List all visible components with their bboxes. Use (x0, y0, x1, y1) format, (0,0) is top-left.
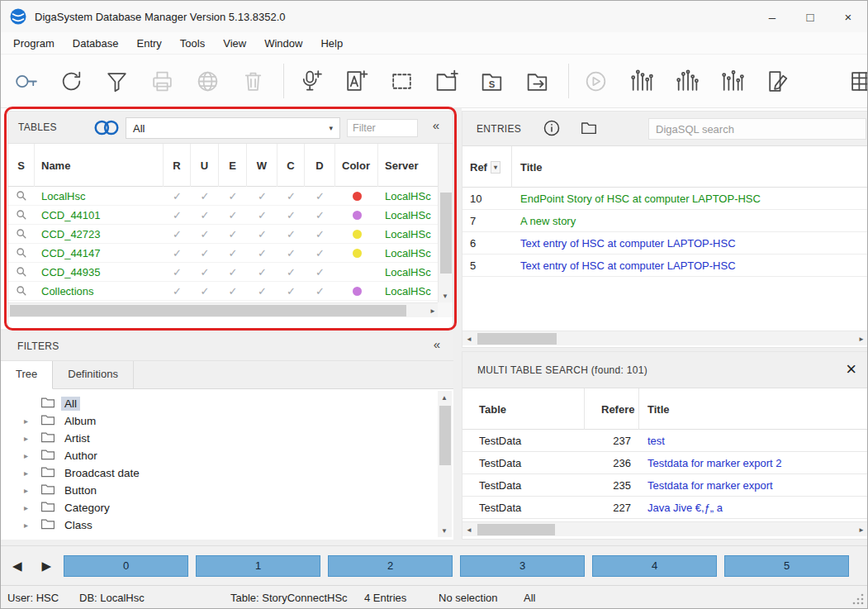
table-row[interactable]: CCD_44935✓✓✓✓✓✓LocalHSc (8, 263, 439, 282)
tree-item-all[interactable]: All (1, 395, 453, 412)
search-result-row[interactable]: TestData227Java Jive €,ƒ„ a (462, 497, 868, 519)
expand-icon[interactable]: ▸ (24, 434, 40, 443)
level-meter-icon-2[interactable] (670, 64, 703, 98)
tables-column-color[interactable]: Color (335, 144, 378, 187)
entries-column-ref[interactable]: Ref▾ (462, 146, 512, 188)
tables-column-u[interactable]: U (191, 144, 219, 187)
entry-row[interactable]: 10EndPoint Story of HSC at computer LAPT… (462, 188, 868, 210)
search-horizontal-scrollbar[interactable]: ◄ ► (462, 521, 868, 536)
resize-grip[interactable] (852, 592, 865, 607)
table-row[interactable]: CCD_44101✓✓✓✓✓✓LocalHSc (8, 206, 439, 225)
scrollbar-thumb[interactable] (477, 524, 555, 535)
pager-prev-button[interactable]: ◀ (12, 559, 22, 573)
entry-row[interactable]: 7A new story (462, 210, 868, 232)
page-button-2[interactable]: 2 (328, 555, 453, 577)
menu-item-help[interactable]: Help (311, 34, 352, 53)
scroll-up-icon[interactable]: ▲ (438, 391, 451, 404)
menu-item-program[interactable]: Program (4, 34, 64, 53)
level-meter-icon-3[interactable] (715, 64, 748, 98)
search-result-row[interactable]: TestData235Testdata for marker export (462, 474, 868, 497)
scrollbar-thumb[interactable] (477, 333, 557, 345)
refresh-icon[interactable] (55, 64, 88, 98)
entry-row[interactable]: 5Text entry of HSC at computer LAPTOP-HS… (462, 255, 868, 277)
tables-column-c[interactable]: C (277, 144, 305, 187)
mts-column-refere[interactable]: Refere (585, 388, 639, 430)
scroll-right-icon[interactable]: ► (855, 523, 868, 536)
pager-next-button[interactable]: ▶ (42, 559, 52, 573)
tables-filter-input[interactable] (347, 119, 418, 137)
folder-icon[interactable] (580, 119, 598, 137)
tables-column-e[interactable]: E (219, 144, 247, 187)
scrollbar-thumb[interactable] (10, 305, 406, 316)
tables-column-r[interactable]: R (164, 144, 191, 187)
expand-icon[interactable]: ▸ (24, 521, 40, 530)
selection-icon[interactable] (385, 64, 418, 98)
menu-item-view[interactable]: View (214, 34, 255, 53)
scrollbar-thumb[interactable] (439, 406, 451, 465)
tables-column-w[interactable]: W (247, 144, 277, 187)
scroll-left-icon[interactable]: ◄ (462, 523, 476, 536)
search-result-row[interactable]: TestData236Testdata for marker export 2 (462, 452, 868, 474)
scroll-down-icon[interactable]: ▼ (439, 289, 452, 302)
tree-item-artist[interactable]: ▸Artist (1, 430, 453, 447)
connect-icon[interactable] (9, 64, 42, 98)
tables-column-s[interactable]: S (8, 144, 35, 187)
digasql-search-input[interactable] (648, 118, 866, 140)
tree-item-broadcast-date[interactable]: ▸Broadcast date (1, 464, 453, 482)
info-icon[interactable] (543, 119, 561, 137)
search-tables-icon[interactable] (91, 117, 122, 140)
entries-horizontal-scrollbar[interactable]: ◄ ► (462, 331, 868, 345)
scroll-right-icon[interactable]: ► (855, 332, 868, 345)
folder-s-icon[interactable]: S (476, 64, 509, 98)
sort-dropdown-icon[interactable]: ▾ (491, 161, 500, 174)
folder-export-icon[interactable] (521, 64, 554, 98)
table-row[interactable]: CCD_44147✓✓✓✓✓✓LocalHSc (8, 244, 439, 263)
splitter-vertical[interactable] (453, 108, 462, 540)
page-button-3[interactable]: 3 (460, 555, 585, 577)
close-search-icon[interactable]: × (846, 359, 856, 380)
tables-column-server[interactable]: Server (378, 144, 439, 187)
table-grid-icon[interactable] (846, 64, 867, 98)
scrollbar-thumb[interactable] (440, 193, 452, 274)
scroll-down-icon[interactable]: ▼ (438, 524, 451, 537)
collapse-tables-icon[interactable]: « (433, 118, 439, 132)
expand-icon[interactable]: ▸ (24, 486, 40, 495)
maximize-button[interactable]: □ (791, 1, 829, 32)
tables-horizontal-scrollbar[interactable]: ► (8, 302, 439, 317)
tree-item-class[interactable]: ▸Class (1, 516, 453, 534)
mts-column-table[interactable]: Table (462, 388, 585, 430)
add-folder-icon[interactable] (430, 64, 463, 98)
tab-tree[interactable]: Tree (1, 361, 53, 389)
collapse-filters-icon[interactable]: « (434, 337, 440, 351)
tables-vertical-scrollbar[interactable]: ▼ (438, 144, 453, 302)
menu-item-database[interactable]: Database (64, 34, 128, 53)
scroll-left-icon[interactable]: ◄ (462, 332, 476, 345)
table-row[interactable]: Collections✓✓✓✓✓✓LocalHSc (8, 282, 439, 301)
level-meter-icon-1[interactable] (624, 64, 657, 98)
page-button-1[interactable]: 1 (196, 555, 320, 577)
minimize-button[interactable]: – (753, 1, 791, 32)
expand-icon[interactable]: ▸ (24, 503, 40, 512)
expand-icon[interactable]: ▸ (24, 469, 40, 478)
table-row[interactable]: CCD_42723✓✓✓✓✓✓LocalHSc (8, 225, 439, 244)
menu-item-entry[interactable]: Entry (128, 34, 171, 53)
close-button[interactable]: × (829, 1, 867, 32)
filters-vertical-scrollbar[interactable]: ▲ ▼ (438, 391, 452, 537)
menu-item-window[interactable]: Window (255, 34, 311, 53)
search-result-row[interactable]: TestData237test (462, 430, 868, 452)
tree-item-button[interactable]: ▸Button (1, 482, 453, 499)
mts-column-title[interactable]: Title (639, 388, 868, 430)
tree-item-category[interactable]: ▸Category (1, 499, 453, 516)
filter-icon[interactable] (100, 64, 133, 98)
add-text-entry-icon[interactable] (339, 64, 372, 98)
expand-icon[interactable]: ▸ (24, 416, 40, 426)
add-audio-entry-icon[interactable] (294, 64, 327, 98)
expand-icon[interactable]: ▸ (24, 451, 40, 460)
tables-column-d[interactable]: D (305, 144, 335, 187)
table-scope-dropdown[interactable]: All ▾ (126, 117, 340, 139)
tree-item-author[interactable]: ▸Author (1, 447, 453, 464)
menu-item-tools[interactable]: Tools (171, 34, 214, 53)
edit-entry-icon[interactable] (761, 64, 794, 98)
tab-definitions[interactable]: Definitions (53, 361, 134, 388)
table-row[interactable]: LocalHsc✓✓✓✓✓✓LocalHSc (8, 187, 439, 206)
